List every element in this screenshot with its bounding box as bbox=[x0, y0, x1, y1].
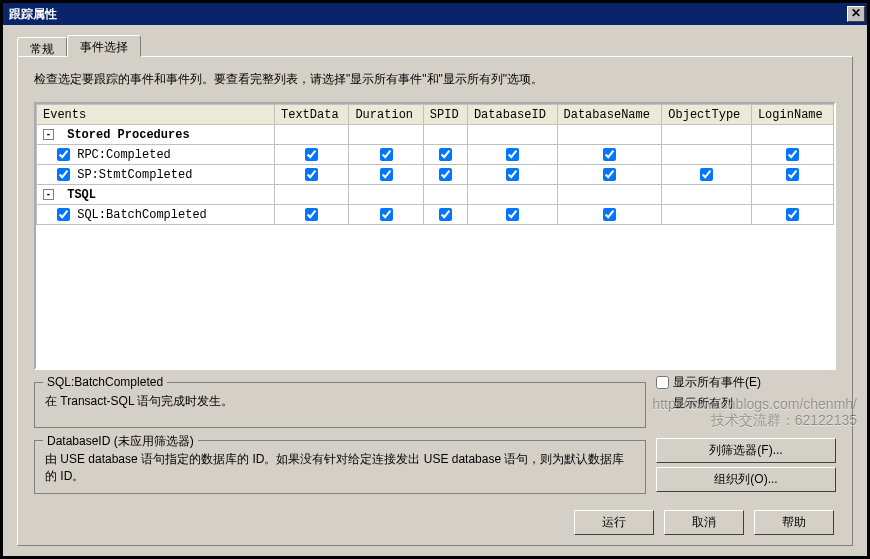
events-table: EventsTextDataDurationSPIDDatabaseIDData… bbox=[36, 104, 834, 225]
cell-checkbox[interactable] bbox=[305, 148, 318, 161]
event-description-title: SQL:BatchCompleted bbox=[43, 375, 167, 389]
instructions-text: 检查选定要跟踪的事件和事件列。要查看完整列表，请选择"显示所有事件"和"显示所有… bbox=[34, 71, 836, 88]
cell[interactable] bbox=[662, 145, 752, 165]
close-icon[interactable]: ✕ bbox=[847, 6, 865, 22]
side-panel: 显示所有事件(E) 显示所有列 列筛选器(F)... 组织列(O)... bbox=[656, 370, 836, 494]
cell[interactable] bbox=[423, 205, 467, 225]
cell[interactable] bbox=[349, 205, 423, 225]
event-checkbox[interactable] bbox=[57, 208, 70, 221]
column-filter-button[interactable]: 列筛选器(F)... bbox=[656, 438, 836, 463]
dialog-body: 常规 事件选择 检查选定要跟踪的事件和事件列。要查看完整列表，请选择"显示所有事… bbox=[3, 25, 867, 556]
show-all-cols-label: 显示所有列 bbox=[673, 395, 733, 412]
cell[interactable] bbox=[751, 165, 833, 185]
tab-strip: 常规 事件选择 bbox=[17, 35, 853, 56]
cell[interactable] bbox=[275, 165, 349, 185]
cell[interactable] bbox=[349, 165, 423, 185]
cell[interactable] bbox=[275, 205, 349, 225]
cell-checkbox[interactable] bbox=[700, 168, 713, 181]
event-description-group: SQL:BatchCompleted 在 Transact-SQL 语句完成时发… bbox=[34, 382, 646, 428]
col-header-loginname[interactable]: LoginName bbox=[751, 105, 833, 125]
show-all-cols-row[interactable]: 显示所有列 bbox=[656, 395, 836, 412]
cell-checkbox[interactable] bbox=[439, 208, 452, 221]
titlebar[interactable]: 跟踪属性 ✕ bbox=[3, 3, 867, 25]
cell[interactable] bbox=[751, 205, 833, 225]
show-all-events-row[interactable]: 显示所有事件(E) bbox=[656, 374, 836, 391]
cell-checkbox[interactable] bbox=[380, 168, 393, 181]
cell-checkbox[interactable] bbox=[786, 148, 799, 161]
events-grid[interactable]: EventsTextDataDurationSPIDDatabaseIDData… bbox=[34, 102, 836, 370]
cell[interactable] bbox=[349, 145, 423, 165]
cell[interactable] bbox=[423, 165, 467, 185]
window-frame: 跟踪属性 ✕ 常规 事件选择 检查选定要跟踪的事件和事件列。要查看完整列表，请选… bbox=[0, 0, 870, 559]
column-description-title: DatabaseID (未应用筛选器) bbox=[43, 433, 198, 450]
tab-content: 检查选定要跟踪的事件和事件列。要查看完整列表，请选择"显示所有事件"和"显示所有… bbox=[17, 56, 853, 546]
cancel-button[interactable]: 取消 bbox=[664, 510, 744, 535]
tab-events[interactable]: 事件选择 bbox=[67, 35, 141, 57]
cell-checkbox[interactable] bbox=[506, 168, 519, 181]
cell-checkbox[interactable] bbox=[603, 208, 616, 221]
cell-checkbox[interactable] bbox=[439, 168, 452, 181]
col-header-objecttype[interactable]: ObjectType bbox=[662, 105, 752, 125]
cell[interactable] bbox=[662, 165, 752, 185]
cell-checkbox[interactable] bbox=[305, 168, 318, 181]
help-button[interactable]: 帮助 bbox=[754, 510, 834, 535]
cell-checkbox[interactable] bbox=[603, 168, 616, 181]
cell-checkbox[interactable] bbox=[380, 208, 393, 221]
col-header-duration[interactable]: Duration bbox=[349, 105, 423, 125]
cell[interactable] bbox=[423, 145, 467, 165]
event-checkbox[interactable] bbox=[57, 168, 70, 181]
cell-checkbox[interactable] bbox=[305, 208, 318, 221]
tree-toggle-icon[interactable]: - bbox=[43, 129, 54, 140]
tree-toggle-icon[interactable]: - bbox=[43, 189, 54, 200]
cell-checkbox[interactable] bbox=[786, 208, 799, 221]
col-header-events[interactable]: Events bbox=[37, 105, 275, 125]
cell-checkbox[interactable] bbox=[603, 148, 616, 161]
event-description-text: 在 Transact-SQL 语句完成时发生。 bbox=[45, 393, 635, 419]
tab-general[interactable]: 常规 bbox=[17, 37, 67, 56]
cell-checkbox[interactable] bbox=[506, 208, 519, 221]
col-header-databasename[interactable]: DatabaseName bbox=[557, 105, 662, 125]
column-description-group: DatabaseID (未应用筛选器) 由 USE database 语句指定的… bbox=[34, 440, 646, 494]
category-row[interactable]: - TSQL bbox=[37, 185, 275, 205]
cell[interactable] bbox=[557, 165, 662, 185]
cell[interactable] bbox=[275, 145, 349, 165]
cell-checkbox[interactable] bbox=[439, 148, 452, 161]
event-row[interactable]: SP:StmtCompleted bbox=[37, 165, 275, 185]
cell[interactable] bbox=[557, 145, 662, 165]
cell-checkbox[interactable] bbox=[380, 148, 393, 161]
cell-checkbox[interactable] bbox=[506, 148, 519, 161]
show-all-events-label: 显示所有事件(E) bbox=[673, 374, 761, 391]
cell-checkbox[interactable] bbox=[786, 168, 799, 181]
column-description-text: 由 USE database 语句指定的数据库的 ID。如果没有针对给定连接发出… bbox=[45, 451, 635, 485]
cell[interactable] bbox=[751, 145, 833, 165]
col-header-textdata[interactable]: TextData bbox=[275, 105, 349, 125]
col-header-spid[interactable]: SPID bbox=[423, 105, 467, 125]
run-button[interactable]: 运行 bbox=[574, 510, 654, 535]
event-row[interactable]: RPC:Completed bbox=[37, 145, 275, 165]
show-all-events-checkbox[interactable] bbox=[656, 376, 669, 389]
cell[interactable] bbox=[557, 205, 662, 225]
window-title: 跟踪属性 bbox=[9, 6, 847, 23]
cell[interactable] bbox=[467, 205, 557, 225]
category-row[interactable]: - Stored Procedures bbox=[37, 125, 275, 145]
cell[interactable] bbox=[467, 145, 557, 165]
cell[interactable] bbox=[467, 165, 557, 185]
event-row[interactable]: SQL:BatchCompleted bbox=[37, 205, 275, 225]
organize-columns-button[interactable]: 组织列(O)... bbox=[656, 467, 836, 492]
footer-buttons: 运行 取消 帮助 bbox=[574, 510, 834, 535]
event-checkbox[interactable] bbox=[57, 148, 70, 161]
cell[interactable] bbox=[662, 205, 752, 225]
col-header-databaseid[interactable]: DatabaseID bbox=[467, 105, 557, 125]
